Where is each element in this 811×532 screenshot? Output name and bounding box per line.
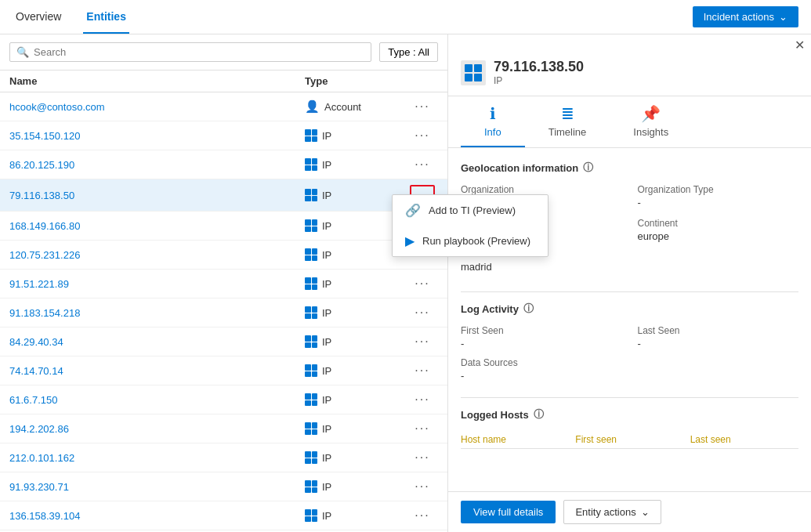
ip-icon bbox=[305, 364, 317, 377]
entity-type-label: IP bbox=[322, 278, 331, 290]
view-full-details-button[interactable]: View full details bbox=[461, 501, 556, 523]
row-actions-button[interactable]: ··· bbox=[411, 98, 433, 115]
table-row[interactable]: 136.158.39.104 IP ··· bbox=[0, 501, 447, 530]
actions-cell: ··· bbox=[407, 507, 438, 524]
actions-cell: ··· bbox=[407, 478, 438, 495]
actions-cell: ··· bbox=[407, 98, 438, 115]
first-seen-value: - bbox=[461, 338, 622, 349]
log-activity-section-title: Log Activity ⓘ bbox=[461, 302, 798, 316]
entity-table: Name Type hcook@contoso.com 👤 Account ··… bbox=[0, 71, 447, 532]
table-row[interactable]: 212.0.101.162 IP ··· bbox=[0, 443, 447, 472]
context-menu-item-add-ti[interactable]: 🔗 Add to TI (Preview) bbox=[393, 195, 548, 226]
close-button[interactable]: ✕ bbox=[795, 38, 805, 52]
right-panel-close-row: ✕ bbox=[448, 34, 811, 56]
actions-cell: ··· bbox=[407, 275, 438, 292]
table-row[interactable]: 168.149.166.80 IP ··· bbox=[0, 212, 447, 241]
tab-entities[interactable]: Entities bbox=[83, 0, 129, 34]
entity-type-label: Account bbox=[324, 101, 361, 113]
entity-type-cell: IP bbox=[305, 277, 407, 290]
table-row[interactable]: 91.183.154.218 IP ··· bbox=[0, 299, 447, 328]
tab-info[interactable]: ℹ Info bbox=[461, 96, 525, 147]
right-tabs: ℹ Info ≣ Timeline 📌 Insights bbox=[448, 96, 811, 148]
type-filter-badge[interactable]: Type : All bbox=[379, 42, 438, 62]
table-row[interactable]: 91.51.221.89 IP ··· bbox=[0, 270, 447, 299]
entity-name: 61.6.7.150 bbox=[9, 394, 305, 406]
entity-name: 79.116.138.50 bbox=[9, 190, 305, 201]
entity-type-cell: IP bbox=[305, 364, 407, 377]
row-actions-button[interactable]: ··· bbox=[411, 333, 433, 350]
top-nav: Overview Entities Incident actions ⌄ bbox=[0, 0, 811, 34]
search-icon: 🔍 bbox=[16, 46, 29, 58]
entity-type-cell: IP bbox=[305, 480, 407, 493]
ip-icon bbox=[305, 451, 317, 464]
tab-timeline[interactable]: ≣ Timeline bbox=[525, 96, 610, 147]
entity-title-area: 79.116.138.50 IP bbox=[494, 59, 584, 86]
table-row[interactable]: 86.20.125.190 IP ··· bbox=[0, 150, 447, 179]
tab-timeline-label: Timeline bbox=[549, 126, 587, 138]
entity-type-cell: IP bbox=[305, 393, 407, 406]
row-actions-button[interactable]: ··· bbox=[411, 362, 433, 379]
row-actions-button[interactable]: ··· bbox=[411, 449, 433, 466]
entity-type-cell: 👤 Account bbox=[305, 100, 407, 114]
row-actions-button[interactable]: ··· bbox=[411, 304, 433, 321]
entity-type-label: IP bbox=[322, 336, 331, 348]
logged-hosts-info-icon: ⓘ bbox=[534, 407, 544, 422]
nav-tabs: Overview Entities bbox=[13, 0, 129, 34]
ip-icon bbox=[305, 422, 317, 435]
row-actions-button[interactable]: ··· bbox=[411, 391, 433, 408]
first-seen-item: First Seen - bbox=[461, 325, 622, 349]
table-row[interactable]: 120.75.231.226 IP ··· bbox=[0, 241, 447, 270]
entity-type-label: IP bbox=[322, 159, 331, 171]
row-actions-button[interactable]: ··· bbox=[411, 507, 433, 524]
context-menu: 🔗 Add to TI (Preview) ▶ Run playbook (Pr… bbox=[392, 194, 549, 257]
entity-type-label: IP bbox=[322, 452, 331, 464]
table-row[interactable]: 74.14.70.14 IP ··· bbox=[0, 356, 447, 385]
incident-actions-button[interactable]: Incident actions ⌄ bbox=[693, 6, 798, 27]
table-row[interactable]: 84.29.40.34 IP ··· bbox=[0, 328, 447, 356]
ip-icon bbox=[305, 306, 317, 319]
search-input[interactable] bbox=[34, 46, 364, 58]
row-actions-button[interactable]: ··· bbox=[411, 478, 433, 495]
table-row[interactable]: 61.6.7.150 IP ··· bbox=[0, 385, 447, 414]
entity-type-label: IP bbox=[322, 249, 331, 261]
data-sources-label: Data Sources bbox=[461, 357, 622, 368]
ip-icon bbox=[305, 129, 317, 142]
entity-type-label: IP bbox=[322, 365, 331, 377]
actions-cell: ··· bbox=[407, 304, 438, 321]
tab-insights-label: Insights bbox=[633, 126, 668, 138]
right-bottom-bar: View full details Entity actions ⌄ bbox=[448, 491, 811, 532]
left-panel: 🔍 Type : All Name Type hcook@contoso.com… bbox=[0, 34, 448, 532]
logged-hosts-header: Host name First seen Last seen bbox=[461, 431, 798, 449]
context-menu-item-run-playbook[interactable]: ▶ Run playbook (Preview) bbox=[393, 226, 548, 256]
table-row[interactable]: 194.2.202.86 IP ··· bbox=[0, 414, 447, 443]
last-seen-item: Last Seen - bbox=[638, 325, 799, 349]
entity-actions-button[interactable]: Entity actions ⌄ bbox=[563, 500, 661, 524]
continent-label: Continent bbox=[638, 218, 799, 229]
row-actions-button[interactable]: ··· bbox=[411, 275, 433, 292]
row-actions-button[interactable]: ··· bbox=[411, 156, 433, 173]
org-type-value: - bbox=[638, 197, 799, 208]
entity-type-cell: IP bbox=[305, 451, 407, 464]
ip-icon bbox=[305, 277, 317, 290]
org-type-info-item: Organization Type - bbox=[638, 184, 799, 208]
first-seen-label: First Seen bbox=[461, 325, 622, 336]
tab-insights[interactable]: 📌 Insights bbox=[610, 96, 692, 147]
log-activity-grid: First Seen - Last Seen - Data Sources - bbox=[461, 325, 798, 382]
last-seen-value: - bbox=[638, 338, 799, 349]
city-value: madrid bbox=[461, 258, 798, 282]
table-row[interactable]: 91.93.230.71 IP ··· bbox=[0, 472, 447, 501]
row-actions-button[interactable]: ··· bbox=[411, 127, 433, 144]
tab-overview[interactable]: Overview bbox=[13, 0, 64, 34]
geolocation-section-title: Geolocation information ⓘ bbox=[461, 161, 798, 175]
table-row[interactable]: 35.154.150.120 IP ··· bbox=[0, 121, 447, 150]
table-row-selected[interactable]: 79.116.138.50 IP ··· bbox=[0, 179, 447, 212]
entity-icon-large bbox=[461, 60, 486, 85]
entity-name: 84.29.40.34 bbox=[9, 336, 305, 348]
ip-icon bbox=[305, 189, 317, 201]
row-actions-button[interactable]: ··· bbox=[411, 420, 433, 437]
col-type-header: Type bbox=[305, 75, 407, 87]
search-input-wrapper[interactable]: 🔍 bbox=[9, 42, 371, 62]
entity-name: 168.149.166.80 bbox=[9, 220, 305, 232]
table-row[interactable]: hcook@contoso.com 👤 Account ··· bbox=[0, 92, 447, 121]
info-tab-icon: ℹ bbox=[490, 104, 496, 123]
